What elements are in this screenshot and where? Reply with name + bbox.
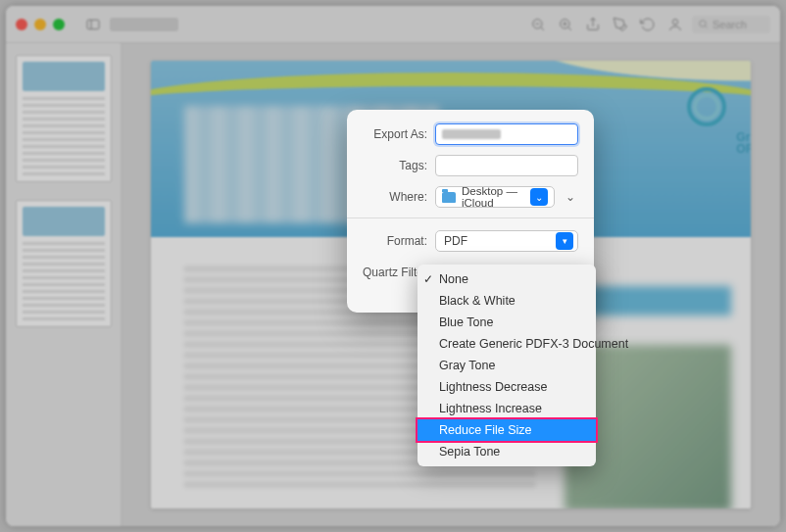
filter-option-pdfx3[interactable]: Create Generic PDFX-3 Document (418, 333, 596, 355)
window-minimize-button[interactable] (34, 19, 46, 30)
filter-option-black-white[interactable]: Black & White (418, 290, 596, 312)
svg-point-14 (695, 95, 718, 119)
format-label: Format: (363, 234, 427, 248)
brand-logo-icon (684, 84, 729, 129)
account-icon[interactable] (664, 14, 686, 35)
filter-option-lightness-increase[interactable]: Lightness Increase (418, 398, 596, 419)
page-thumbnail[interactable] (16, 55, 112, 182)
window-close-button[interactable] (16, 19, 27, 30)
rotate-icon[interactable] (637, 14, 659, 35)
where-select[interactable]: Desktop — iCloud ⌄ (435, 186, 555, 208)
format-select[interactable]: PDF ▾ (435, 230, 578, 252)
titlebar: Search (6, 6, 780, 43)
brand-text-2: OF (736, 143, 751, 155)
export-as-field[interactable] (435, 123, 578, 145)
svg-line-12 (705, 25, 707, 27)
export-as-label: Export As: (363, 127, 427, 141)
zoom-out-icon[interactable] (527, 14, 549, 35)
filter-option-gray-tone[interactable]: Gray Tone (418, 355, 596, 376)
format-value: PDF (444, 234, 467, 248)
filter-option-reduce-file-size[interactable]: Reduce File Size (418, 419, 596, 441)
tags-label: Tags: (363, 159, 427, 172)
share-icon[interactable] (582, 14, 604, 35)
svg-point-10 (672, 19, 677, 24)
filter-option-lightness-decrease[interactable]: Lightness Decrease (418, 376, 596, 398)
filter-option-blue-tone[interactable]: Blue Tone (418, 312, 596, 333)
toolbar-search[interactable]: Search (692, 16, 770, 33)
zoom-in-icon[interactable] (555, 14, 576, 35)
toolbar-search-placeholder: Search (712, 19, 747, 30)
thumbnail-sidebar (6, 43, 122, 526)
filter-option-none[interactable]: None (418, 268, 596, 290)
export-filename-value (442, 129, 501, 139)
svg-rect-0 (87, 20, 99, 28)
markup-icon[interactable] (610, 14, 631, 35)
where-expand-button[interactable]: ⌄ (563, 189, 578, 205)
where-label: Where: (363, 190, 427, 204)
chevron-updown-icon: ▾ (556, 232, 573, 250)
page-thumbnail[interactable] (16, 200, 112, 327)
tags-field[interactable] (435, 155, 578, 176)
svg-line-3 (541, 26, 544, 29)
folder-icon (442, 192, 456, 203)
traffic-lights (16, 19, 65, 30)
where-value: Desktop — iCloud (462, 185, 524, 209)
window-zoom-button[interactable] (53, 19, 65, 30)
where-dropdown-icon: ⌄ (530, 188, 548, 206)
svg-point-11 (700, 21, 706, 26)
svg-line-6 (568, 26, 571, 29)
filter-option-sepia-tone[interactable]: Sepia Tone (418, 441, 596, 462)
document-title (110, 18, 178, 31)
quartz-filter-menu: None Black & White Blue Tone Create Gene… (418, 265, 596, 466)
sidebar-toggle-icon[interactable] (82, 14, 104, 35)
